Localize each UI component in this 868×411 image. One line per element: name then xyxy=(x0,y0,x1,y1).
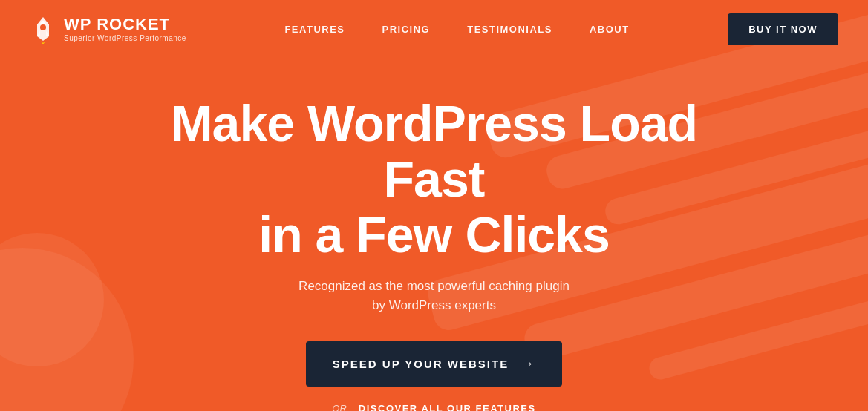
cta-speed-up-button[interactable]: SPEED UP YOUR WEBSITE → xyxy=(306,341,562,387)
buy-now-button[interactable]: BUY IT NOW xyxy=(728,13,838,45)
page-wrapper: WP ROCKET Superior WordPress Performance… xyxy=(0,0,868,411)
logo-area: WP ROCKET Superior WordPress Performance xyxy=(30,14,186,45)
hero-title-line1: Make WordPress Load Fast xyxy=(171,95,697,207)
or-section: OR DISCOVER ALL OUR FEATURES xyxy=(332,403,535,411)
cta-button-label: SPEED UP YOUR WEBSITE xyxy=(333,358,509,370)
nav-links: FEATURES PRICING TESTIMONIALS ABOUT xyxy=(284,24,629,35)
navbar: WP ROCKET Superior WordPress Performance… xyxy=(0,0,868,59)
logo-brand-name: WP ROCKET xyxy=(64,16,186,33)
logo-tagline: Superior WordPress Performance xyxy=(64,34,186,42)
hero-section: Make WordPress Load Fast in a Few Clicks… xyxy=(0,59,868,411)
or-text: OR xyxy=(332,403,347,411)
svg-point-0 xyxy=(40,24,46,30)
discover-features-link[interactable]: DISCOVER ALL OUR FEATURES xyxy=(359,403,536,411)
nav-testimonials[interactable]: TESTIMONIALS xyxy=(467,24,552,35)
hero-subtitle: Recognized as the most powerful caching … xyxy=(293,277,575,315)
logo-text: WP ROCKET Superior WordPress Performance xyxy=(64,16,186,42)
rocket-icon xyxy=(30,14,56,45)
nav-pricing[interactable]: PRICING xyxy=(382,24,431,35)
nav-features[interactable]: FEATURES xyxy=(284,24,345,35)
hero-title-line2: in a Few Clicks xyxy=(258,206,610,263)
arrow-right-icon: → xyxy=(521,356,535,372)
nav-about[interactable]: ABOUT xyxy=(590,24,630,35)
hero-title: Make WordPress Load Fast in a Few Clicks xyxy=(156,96,713,262)
